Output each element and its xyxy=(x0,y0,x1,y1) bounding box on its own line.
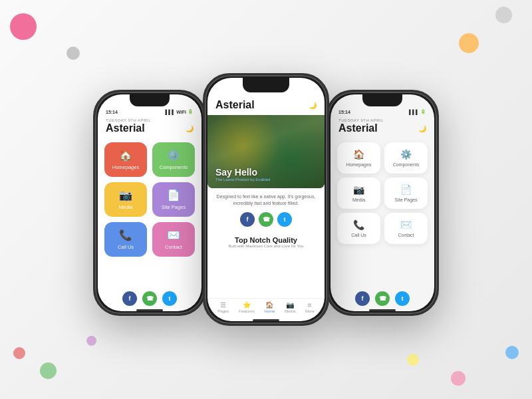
sitepages-icon: 📄 xyxy=(167,189,180,201)
media-label-right: Media xyxy=(352,198,365,202)
media-icon-right: 📷 xyxy=(353,184,364,195)
phone-btn-left[interactable]: ☎ xyxy=(142,291,157,306)
app-title-center: Asterial xyxy=(215,99,255,111)
homepages-label-right: Homepages xyxy=(346,162,372,167)
status-time-right: 15:14 xyxy=(338,110,350,114)
components-label-right: Components xyxy=(393,162,420,167)
nav-media-label: Media xyxy=(285,309,295,313)
phone-btn-center[interactable]: ☎ xyxy=(259,212,273,227)
home-indicator-right xyxy=(369,309,396,311)
nav-more-label: More xyxy=(305,309,315,313)
contact-icon-right: ✉️ xyxy=(400,219,412,230)
hero-image: Say Hello The Latest Product by Enabled xyxy=(207,115,325,188)
center-description: Desgined to feel like a native app. It's… xyxy=(215,194,317,207)
menu-homepages-right[interactable]: 🏠 Homepages xyxy=(337,142,380,174)
phone-right-notch xyxy=(362,94,402,106)
menu-media[interactable]: 📷 Media xyxy=(104,182,147,217)
status-time-left: 15:14 xyxy=(106,110,118,114)
twitter-btn-left[interactable]: t xyxy=(162,291,177,306)
menu-components-right[interactable]: ⚙️ Components xyxy=(384,142,428,174)
status-icons-left: ▌▌▌ WiFi 🔋 xyxy=(165,109,194,114)
phone-left-notch xyxy=(130,94,170,106)
title-row-left: Asterial 🌙 xyxy=(106,122,194,134)
moon-icon-right[interactable]: 🌙 xyxy=(418,125,426,132)
phone-center-header: Asterial 🌙 xyxy=(207,96,325,115)
menu-callus-right[interactable]: 📞 Call Us xyxy=(337,213,380,244)
callus-label-right: Call Us xyxy=(351,233,366,237)
center-social-btns: f ☎ t xyxy=(215,212,317,227)
status-icons-right: ▌▌▌ 🔋 xyxy=(409,109,426,114)
nav-home-label: Home xyxy=(264,309,275,313)
sitepages-icon-right: 📄 xyxy=(400,184,412,195)
nav-features-label: Features xyxy=(239,309,255,313)
wifi-icon: WiFi xyxy=(176,110,186,114)
facebook-btn-center[interactable]: f xyxy=(240,212,255,227)
components-icon: ⚙️ xyxy=(167,149,180,162)
say-hello-subtitle: The Latest Product by Enabled xyxy=(215,178,270,182)
facebook-btn-left[interactable]: f xyxy=(122,291,137,306)
nav-features-icon: ⭐ xyxy=(243,301,251,309)
twitter-btn-right[interactable]: t xyxy=(395,291,410,306)
center-body: Desgined to feel like a native app. It's… xyxy=(207,188,325,257)
phone-btn-right[interactable]: ☎ xyxy=(375,291,390,306)
nav-pages-label: Pages xyxy=(217,309,229,313)
phone-left-screen: 15:14 ▌▌▌ WiFi 🔋 TUESDAY 9TH APRIL Aster… xyxy=(98,94,201,311)
hero-overlay: Say Hello The Latest Product by Enabled xyxy=(215,167,270,182)
nav-pages[interactable]: ☰ Pages xyxy=(217,301,229,313)
moon-icon-left[interactable]: 🌙 xyxy=(186,125,194,132)
phone-right-header: TUESDAY 9TH APRIL Asterial 🌙 xyxy=(331,116,434,138)
contact-icon: ✉️ xyxy=(167,229,180,241)
homepages-label: Homepages xyxy=(112,164,139,170)
say-hello-title: Say Hello xyxy=(215,167,270,178)
menu-grid-right: 🏠 Homepages ⚙️ Components 📷 Media 📄 Site… xyxy=(331,138,434,248)
sitepages-label-right: Site Pages xyxy=(395,198,418,202)
phones-container: 15:14 ▌▌▌ WiFi 🔋 TUESDAY 9TH APRIL Aster… xyxy=(0,0,532,399)
social-bar-left: f ☎ t xyxy=(98,286,201,311)
menu-sitepages-right[interactable]: 📄 Site Pages xyxy=(384,178,428,209)
phone-left: 15:14 ▌▌▌ WiFi 🔋 TUESDAY 9TH APRIL Aster… xyxy=(93,90,206,316)
home-indicator-center xyxy=(253,319,279,321)
bottom-nav-center: ☰ Pages ⭐ Features 🏠 Home 📷 Media xyxy=(207,298,325,316)
callus-icon-right: 📞 xyxy=(353,219,364,230)
battery-icon-right: 🔋 xyxy=(420,109,426,114)
app-title-left: Asterial xyxy=(106,122,145,134)
phone-right-screen: 15:14 ▌▌▌ 🔋 TUESDAY 9TH APRIL Asterial 🌙 xyxy=(331,94,434,311)
phone-right: 15:14 ▌▌▌ 🔋 TUESDAY 9TH APRIL Asterial 🌙 xyxy=(326,90,439,316)
moon-icon-center[interactable]: 🌙 xyxy=(309,102,317,109)
nav-more-icon: ≡ xyxy=(308,301,312,309)
components-icon-right: ⚙️ xyxy=(400,149,412,160)
phone-center: Asterial 🌙 Say Hello The Latest Product … xyxy=(203,73,329,326)
contact-label: Contact xyxy=(165,244,182,250)
menu-components[interactable]: ⚙️ Components xyxy=(152,142,195,177)
menu-contact[interactable]: ✉️ Contact xyxy=(152,222,195,257)
nav-media[interactable]: 📷 Media xyxy=(285,301,295,313)
menu-grid-left: 🏠 Homepages ⚙️ Components 📷 Media 📄 Site… xyxy=(98,138,201,261)
top-notch-subtitle: Built with Maximum Care and Love for You xyxy=(215,244,317,248)
signal-icon-right: ▌▌▌ xyxy=(409,110,419,114)
phone-center-notch xyxy=(243,78,289,92)
nav-home-icon: 🏠 xyxy=(265,301,273,309)
nav-more[interactable]: ≡ More xyxy=(305,301,315,313)
title-row-center: Asterial 🌙 xyxy=(215,99,317,111)
nav-media-icon: 📷 xyxy=(286,301,294,309)
top-notch-title: Top Notch Quality xyxy=(215,236,317,244)
callus-icon: 📞 xyxy=(119,229,132,241)
nav-home[interactable]: 🏠 Home xyxy=(264,301,275,313)
menu-homepages[interactable]: 🏠 Homepages xyxy=(104,142,147,177)
twitter-btn-center[interactable]: t xyxy=(277,212,292,227)
menu-media-right[interactable]: 📷 Media xyxy=(337,178,380,209)
top-notch-section: Top Notch Quality Built with Maximum Car… xyxy=(215,232,317,252)
nav-features[interactable]: ⭐ Features xyxy=(239,301,255,313)
homepages-icon-right: 🏠 xyxy=(353,149,364,160)
title-row-right: Asterial 🌙 xyxy=(338,122,426,134)
app-title-right: Asterial xyxy=(338,122,378,134)
facebook-btn-right[interactable]: f xyxy=(355,291,370,306)
menu-contact-right[interactable]: ✉️ Contact xyxy=(384,213,428,244)
menu-callus[interactable]: 📞 Call Us xyxy=(104,222,147,257)
phone-left-header: TUESDAY 9TH APRIL Asterial 🌙 xyxy=(98,116,201,138)
nav-pages-icon: ☰ xyxy=(220,301,226,309)
contact-label-right: Contact xyxy=(398,233,414,237)
menu-sitepages[interactable]: 📄 Site Pages xyxy=(152,182,195,217)
battery-icon: 🔋 xyxy=(188,109,194,114)
media-icon: 📷 xyxy=(119,189,132,201)
